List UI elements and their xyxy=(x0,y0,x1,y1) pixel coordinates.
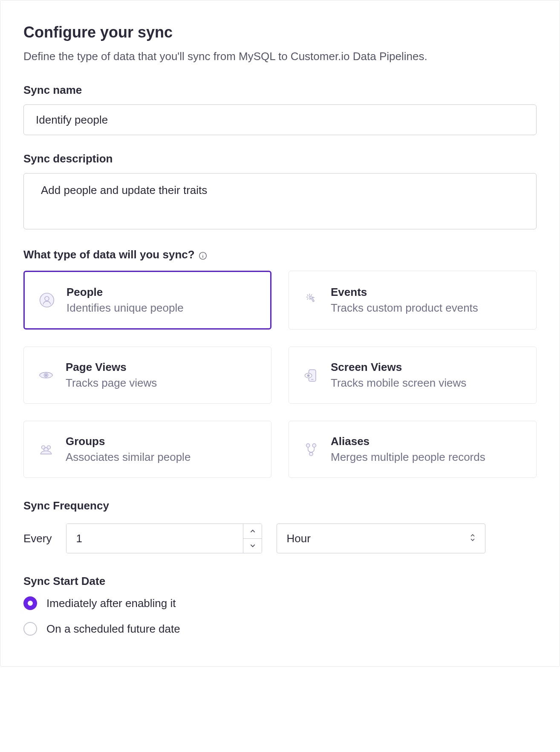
eye-icon xyxy=(37,366,55,385)
radio-immediate-label: Imediately after enabling it xyxy=(46,597,176,610)
svg-line-9 xyxy=(307,298,308,299)
card-aliases[interactable]: Aliases Merges multiple people records xyxy=(289,421,537,478)
svg-point-20 xyxy=(312,444,316,447)
radio-button-unchecked-icon xyxy=(23,622,37,636)
info-icon[interactable] xyxy=(198,250,208,260)
configure-sync-panel: Configure your sync Define the type of d… xyxy=(0,0,560,667)
svg-line-7 xyxy=(307,295,308,295)
mobile-eye-icon xyxy=(302,366,320,385)
card-people[interactable]: People Identifies unique people xyxy=(23,271,271,330)
card-aliases-desc: Merges multiple people records xyxy=(331,451,523,464)
sync-start-heading: Sync Start Date xyxy=(23,575,537,588)
group-icon xyxy=(37,440,55,459)
sync-description-input[interactable] xyxy=(23,173,537,229)
radio-scheduled[interactable]: On a scheduled future date xyxy=(23,622,537,636)
card-events-desc: Tracks custom product events xyxy=(331,301,523,315)
data-type-heading: What type of data will you sync? xyxy=(23,248,537,261)
data-type-heading-text: What type of data will you sync? xyxy=(23,248,195,261)
card-groups[interactable]: Groups Associates similar people xyxy=(23,421,271,478)
card-people-desc: Identifies unique people xyxy=(66,301,257,315)
sync-name-label: Sync name xyxy=(23,84,537,97)
svg-point-3 xyxy=(40,293,54,307)
freq-unit-value: Hour xyxy=(286,532,470,545)
card-screen-views[interactable]: Screen Views Tracks mobile screen views xyxy=(289,347,537,404)
sync-description-field: Sync description xyxy=(23,152,537,231)
person-icon xyxy=(38,291,56,309)
svg-point-19 xyxy=(306,444,310,447)
svg-point-15 xyxy=(307,375,309,377)
card-pageviews-desc: Tracks page views xyxy=(66,376,258,390)
card-aliases-title: Aliases xyxy=(331,435,523,448)
card-page-views[interactable]: Page Views Tracks page views xyxy=(23,347,271,404)
card-screenviews-title: Screen Views xyxy=(331,361,523,374)
sync-name-input[interactable] xyxy=(23,104,537,135)
freq-interval-input[interactable] xyxy=(66,524,243,553)
merge-icon xyxy=(302,440,320,459)
freq-interval-spinner xyxy=(66,524,262,553)
card-people-title: People xyxy=(66,286,257,299)
radio-immediate[interactable]: Imediately after enabling it xyxy=(23,596,537,610)
card-groups-desc: Associates similar people xyxy=(66,451,258,464)
card-pageviews-title: Page Views xyxy=(66,361,258,374)
radio-button-checked-icon xyxy=(23,596,37,610)
svg-line-8 xyxy=(311,295,312,295)
sync-frequency-row: Every Hour xyxy=(23,524,537,553)
svg-point-11 xyxy=(45,374,47,376)
card-screenviews-desc: Tracks mobile screen views xyxy=(331,376,523,390)
svg-point-21 xyxy=(309,452,313,456)
sync-name-field: Sync name xyxy=(23,84,537,135)
sync-description-label: Sync description xyxy=(23,152,537,165)
card-events[interactable]: Events Tracks custom product events xyxy=(289,271,537,330)
svg-point-2 xyxy=(202,254,203,254)
sync-start-radio-group: Imediately after enabling it On a schedu… xyxy=(23,596,537,636)
chevron-up-down-icon xyxy=(470,533,476,544)
cursor-click-icon xyxy=(302,291,320,309)
freq-unit-select[interactable]: Hour xyxy=(277,524,485,553)
freq-every-label: Every xyxy=(23,532,52,545)
card-events-title: Events xyxy=(331,286,523,299)
page-subtitle: Define the type of data that you'll sync… xyxy=(23,50,537,63)
radio-scheduled-label: On a scheduled future date xyxy=(46,622,180,636)
card-groups-title: Groups xyxy=(66,435,258,448)
data-type-grid: People Identifies unique people Events T… xyxy=(23,271,537,478)
freq-increment-button[interactable] xyxy=(243,524,262,539)
sync-frequency-heading: Sync Frequency xyxy=(23,499,537,512)
freq-decrement-button[interactable] xyxy=(243,539,262,553)
page-title: Configure your sync xyxy=(23,23,537,41)
